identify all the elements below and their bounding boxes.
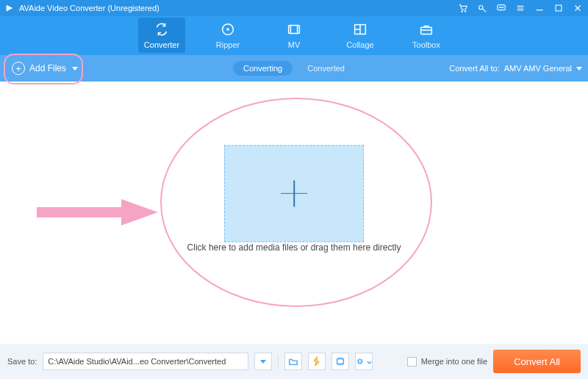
gpu-button[interactable] bbox=[331, 353, 349, 370]
settings-button[interactable] bbox=[355, 353, 373, 370]
svg-point-4 bbox=[499, 7, 500, 7]
plus-icon: + bbox=[12, 62, 25, 75]
hwaccel-button[interactable] bbox=[308, 353, 326, 370]
output-format-dropdown[interactable]: AMV AMV General bbox=[504, 64, 582, 73]
titlebar: AVAide Video Converter (Unregistered) bbox=[0, 0, 588, 16]
cart-icon[interactable] bbox=[457, 2, 469, 14]
svg-point-2 bbox=[479, 6, 483, 10]
segment-converted[interactable]: Converted bbox=[297, 61, 355, 76]
convert-all-to: Convert All to: AMV AMV General bbox=[449, 64, 582, 73]
title-and-tabs: AVAide Video Converter (Unregistered) Co… bbox=[0, 0, 588, 55]
svg-point-16 bbox=[359, 360, 362, 364]
tab-mv[interactable]: MV bbox=[270, 18, 318, 53]
toolbox-icon bbox=[418, 21, 434, 37]
svg-point-0 bbox=[462, 11, 463, 12]
chevron-down-icon bbox=[72, 67, 78, 71]
svg-rect-13 bbox=[37, 207, 121, 217]
minimize-icon[interactable] bbox=[534, 2, 545, 14]
merge-checkbox[interactable]: Merge into one file bbox=[407, 357, 488, 367]
main-tabs: Converter Ripper MV Collage Toolbox bbox=[0, 18, 588, 53]
add-files-dropzone[interactable] bbox=[224, 145, 364, 242]
tab-toolbox[interactable]: Toolbox bbox=[403, 18, 450, 53]
chevron-down-icon bbox=[367, 357, 372, 366]
maximize-icon[interactable] bbox=[553, 2, 564, 14]
open-folder-button[interactable] bbox=[284, 353, 302, 370]
convert-icon bbox=[154, 21, 170, 37]
menu-icon[interactable] bbox=[514, 2, 526, 14]
convert-all-button[interactable]: Convert All bbox=[493, 350, 581, 373]
chevron-down-icon bbox=[576, 67, 582, 71]
tab-label: Ripper bbox=[216, 40, 240, 49]
tab-label: Toolbox bbox=[412, 40, 440, 49]
mv-icon bbox=[286, 21, 302, 37]
save-to-label: Save to: bbox=[7, 357, 37, 366]
output-format-value: AMV AMV General bbox=[504, 64, 572, 73]
svg-point-9 bbox=[226, 28, 229, 31]
status-segment: Converting Converted bbox=[233, 61, 355, 76]
tab-label: Collage bbox=[346, 40, 373, 49]
svg-rect-7 bbox=[556, 5, 562, 11]
add-files-label: Add Files bbox=[29, 63, 66, 73]
tab-ripper[interactable]: Ripper bbox=[204, 18, 251, 53]
checkbox-icon bbox=[407, 357, 417, 367]
svg-point-1 bbox=[465, 11, 466, 12]
save-path-dropdown[interactable] bbox=[254, 353, 272, 370]
svg-point-6 bbox=[502, 7, 503, 7]
key-icon[interactable] bbox=[476, 2, 488, 14]
add-files-button[interactable]: + Add Files bbox=[6, 59, 84, 78]
divider bbox=[278, 354, 279, 369]
bottom-bar: Save to: Merge into one file Convert All bbox=[0, 344, 588, 379]
save-path-input[interactable] bbox=[43, 353, 248, 370]
tab-label: MV bbox=[288, 40, 301, 49]
tab-collage[interactable]: Collage bbox=[337, 18, 384, 53]
window-buttons bbox=[457, 0, 584, 16]
annotation-arrow-icon bbox=[37, 199, 158, 225]
collage-icon bbox=[352, 21, 368, 37]
window-title: AVAide Video Converter (Unregistered) bbox=[19, 4, 159, 12]
secondary-bar: + Add Files Converting Converted Convert… bbox=[0, 55, 588, 82]
tab-converter[interactable]: Converter bbox=[138, 18, 185, 53]
convert-all-to-label: Convert All to: bbox=[449, 64, 499, 73]
chevron-down-icon bbox=[260, 360, 266, 364]
feedback-icon[interactable] bbox=[495, 2, 507, 14]
merge-label: Merge into one file bbox=[421, 357, 488, 366]
tab-label: Converter bbox=[144, 40, 179, 49]
ripper-icon bbox=[220, 21, 236, 37]
plus-icon bbox=[281, 180, 307, 206]
svg-marker-14 bbox=[121, 199, 158, 225]
dropzone-caption: Click here to add media files or drag th… bbox=[187, 242, 401, 253]
main-area: Click here to add media files or drag th… bbox=[0, 82, 588, 344]
svg-rect-15 bbox=[337, 359, 344, 364]
svg-rect-12 bbox=[421, 27, 432, 34]
svg-point-5 bbox=[501, 7, 501, 7]
segment-converting[interactable]: Converting bbox=[233, 61, 293, 76]
close-icon[interactable] bbox=[572, 2, 584, 14]
app-logo-icon bbox=[4, 3, 15, 13]
